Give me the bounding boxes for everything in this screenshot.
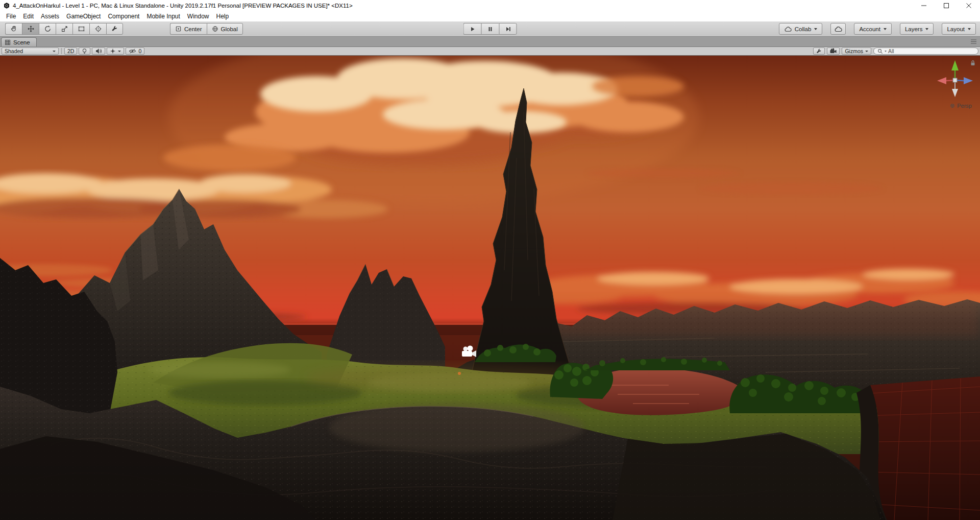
- account-label: Account: [859, 26, 880, 32]
- hamburger-menu-icon: [971, 39, 976, 44]
- toggle-2d-button[interactable]: 2D: [64, 48, 77, 55]
- effects-sparkle-icon: [110, 48, 116, 54]
- layout-label: Layout: [947, 26, 965, 32]
- scene-visibility-button[interactable]: 0: [126, 48, 144, 55]
- close-button[interactable]: [958, 0, 980, 11]
- toolbar-right-controls: Collab Account Layers Layout: [779, 23, 976, 35]
- rotate-tool-icon: [44, 25, 52, 33]
- maximize-icon: [944, 3, 949, 8]
- projection-label: Persp: [957, 103, 972, 109]
- gizmos-label: Gizmos: [845, 48, 863, 54]
- separator: [61, 48, 62, 54]
- rect-tool-icon: [78, 25, 85, 33]
- dropdown-arrow-icon: [884, 28, 887, 30]
- maximize-button[interactable]: [935, 0, 958, 11]
- dropdown-arrow-icon: [925, 28, 928, 30]
- account-dropdown[interactable]: Account: [854, 23, 892, 35]
- menu-window[interactable]: Window: [184, 12, 213, 21]
- hand-tool-icon: [10, 25, 18, 33]
- center-pivot-icon: [175, 26, 182, 32]
- move-tool-icon: [27, 25, 35, 33]
- space-mode-label: Global: [221, 26, 238, 32]
- play-button[interactable]: [463, 23, 481, 35]
- menu-bar: File Edit Assets GameObject Component Mo…: [0, 11, 980, 21]
- pivot-space-controls: Center Global: [170, 23, 243, 35]
- camera-icon: [829, 48, 837, 54]
- axis-z-cone: [964, 77, 973, 84]
- collab-dropdown[interactable]: Collab: [779, 23, 823, 35]
- scene-view-toolbar: Shaded 2D 0 Gizmos All: [0, 47, 980, 56]
- speaker-icon: [95, 48, 102, 54]
- dropdown-arrow-icon: [865, 51, 868, 52]
- menu-file[interactable]: File: [3, 12, 19, 21]
- menu-assets[interactable]: Assets: [37, 12, 63, 21]
- rotate-tool-button[interactable]: [39, 23, 56, 35]
- scene-grid-icon: [5, 39, 11, 45]
- pause-button[interactable]: [481, 23, 499, 35]
- scale-tool-button[interactable]: [56, 23, 72, 35]
- window-controls: [913, 0, 980, 11]
- pivot-mode-label: Center: [184, 26, 202, 32]
- scene-lighting-button[interactable]: [79, 48, 90, 55]
- scene-search-input[interactable]: All: [873, 48, 978, 55]
- layout-dropdown[interactable]: Layout: [942, 23, 976, 35]
- pivot-mode-button[interactable]: Center: [170, 23, 207, 35]
- tab-scene[interactable]: Scene: [1, 37, 37, 46]
- dock-tabstrip: Scene: [0, 37, 980, 47]
- search-filter-arrow-icon: [885, 51, 887, 52]
- gizmo-lock-button[interactable]: [970, 60, 976, 66]
- custom-tool-button[interactable]: [106, 23, 123, 35]
- cloud-services-button[interactable]: [830, 23, 846, 35]
- minimize-icon: [921, 3, 926, 8]
- panel-menu-button[interactable]: [971, 39, 976, 44]
- draw-mode-dropdown[interactable]: Shaded: [2, 48, 59, 55]
- scene-viewport[interactable]: Persp: [0, 56, 980, 520]
- lock-icon: [970, 60, 976, 66]
- scene-toolbar-right: Gizmos All: [813, 48, 978, 55]
- wrench-icon: [816, 48, 822, 55]
- globe-icon: [212, 26, 218, 32]
- collab-label: Collab: [795, 26, 812, 32]
- axis-neg-y-cone: [952, 89, 958, 97]
- menu-help[interactable]: Help: [213, 12, 233, 21]
- cloud-icon: [834, 26, 842, 32]
- scene-effects-dropdown[interactable]: [107, 48, 124, 55]
- transform-tool-button[interactable]: [89, 23, 106, 35]
- layers-label: Layers: [905, 26, 923, 32]
- step-button[interactable]: [499, 23, 517, 35]
- scene-audio-button[interactable]: [92, 48, 105, 55]
- rect-tool-button[interactable]: [72, 23, 89, 35]
- space-mode-button[interactable]: Global: [207, 23, 243, 35]
- hidden-object-count: 0: [138, 48, 141, 54]
- projection-toggle[interactable]: Persp: [950, 103, 972, 109]
- dropdown-arrow-icon: [118, 51, 121, 52]
- scene-render[interactable]: [0, 56, 980, 520]
- dropdown-arrow-icon: [814, 28, 817, 30]
- move-tool-button[interactable]: [22, 23, 39, 35]
- scene-tools-button[interactable]: [813, 48, 825, 55]
- minimize-button[interactable]: [913, 0, 935, 11]
- menu-mobile-input[interactable]: Mobile Input: [143, 12, 183, 21]
- close-icon: [966, 3, 971, 8]
- gizmos-dropdown[interactable]: Gizmos: [842, 48, 871, 55]
- scale-tool-icon: [61, 25, 68, 33]
- transform-tools: [5, 23, 123, 35]
- menu-gameobject[interactable]: GameObject: [63, 12, 104, 21]
- playback-controls: [463, 23, 517, 35]
- search-icon: [877, 49, 883, 54]
- unity-logo-icon: [3, 2, 10, 9]
- collab-cloud-icon: [784, 26, 792, 32]
- custom-tool-icon: [111, 25, 118, 33]
- menu-edit[interactable]: Edit: [19, 12, 37, 21]
- scene-camera-button[interactable]: [827, 48, 840, 55]
- toggle-2d-label: 2D: [67, 48, 74, 54]
- window-titlebar: 4_AttackOnHarkul - Level 1 - PC, Mac & L…: [0, 0, 980, 11]
- tab-scene-label: Scene: [13, 39, 30, 45]
- dropdown-arrow-icon: [53, 51, 56, 52]
- menu-component[interactable]: Component: [104, 12, 143, 21]
- window-title: 4_AttackOnHarkul - Level 1 - PC, Mac & L…: [13, 3, 353, 9]
- hand-tool-button[interactable]: [5, 23, 22, 35]
- persp-cube-icon: [950, 103, 955, 108]
- axis-x-cone: [937, 77, 946, 84]
- layers-dropdown[interactable]: Layers: [900, 23, 934, 35]
